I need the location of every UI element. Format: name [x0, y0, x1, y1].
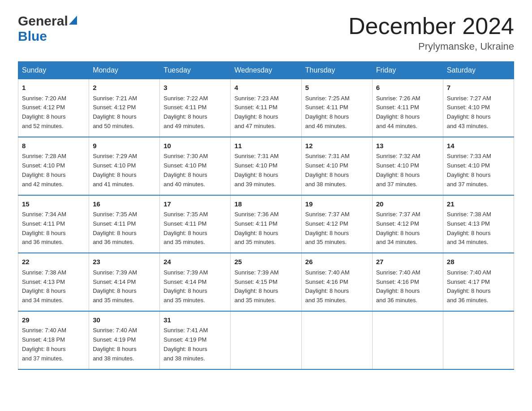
calendar-day-cell: 7 Sunrise: 7:27 AM Sunset: 4:10 PM Dayli… — [443, 79, 514, 137]
day-number: 31 — [163, 315, 227, 325]
logo-arrow-icon — [69, 16, 77, 26]
calendar-day-cell: 24 Sunrise: 7:39 AM Sunset: 4:14 PM Dayl… — [160, 253, 231, 311]
calendar-day-cell — [231, 311, 301, 369]
day-info: Sunrise: 7:25 AM Sunset: 4:11 PM Dayligh… — [305, 95, 350, 129]
calendar-day-cell: 5 Sunrise: 7:25 AM Sunset: 4:11 PM Dayli… — [301, 79, 372, 137]
calendar-day-cell: 8 Sunrise: 7:28 AM Sunset: 4:10 PM Dayli… — [18, 137, 89, 195]
calendar-day-cell: 9 Sunrise: 7:29 AM Sunset: 4:10 PM Dayli… — [89, 137, 160, 195]
col-wednesday: Wednesday — [231, 62, 301, 79]
calendar-week-row: 15 Sunrise: 7:34 AM Sunset: 4:11 PM Dayl… — [18, 195, 514, 253]
calendar-day-cell: 15 Sunrise: 7:34 AM Sunset: 4:11 PM Dayl… — [18, 195, 89, 253]
calendar-table: Sunday Monday Tuesday Wednesday Thursday… — [18, 61, 514, 369]
page-header: General Blue December 2024 Prylymanske, … — [18, 13, 514, 52]
day-info: Sunrise: 7:40 AM Sunset: 4:19 PM Dayligh… — [93, 327, 137, 361]
calendar-day-cell: 31 Sunrise: 7:41 AM Sunset: 4:19 PM Dayl… — [160, 311, 231, 369]
month-title: December 2024 — [348, 13, 514, 39]
calendar-week-row: 22 Sunrise: 7:38 AM Sunset: 4:13 PM Dayl… — [18, 253, 514, 311]
calendar-day-cell: 4 Sunrise: 7:23 AM Sunset: 4:11 PM Dayli… — [231, 79, 301, 137]
calendar-day-cell: 30 Sunrise: 7:40 AM Sunset: 4:19 PM Dayl… — [89, 311, 160, 369]
calendar-day-cell: 21 Sunrise: 7:38 AM Sunset: 4:13 PM Dayl… — [443, 195, 514, 253]
calendar-day-cell — [443, 311, 514, 369]
day-number: 19 — [305, 199, 369, 210]
day-info: Sunrise: 7:35 AM Sunset: 4:11 PM Dayligh… — [93, 211, 137, 245]
day-info: Sunrise: 7:27 AM Sunset: 4:10 PM Dayligh… — [447, 95, 491, 129]
day-info: Sunrise: 7:28 AM Sunset: 4:10 PM Dayligh… — [22, 153, 66, 187]
day-info: Sunrise: 7:32 AM Sunset: 4:10 PM Dayligh… — [376, 153, 420, 187]
calendar-day-cell: 17 Sunrise: 7:35 AM Sunset: 4:11 PM Dayl… — [160, 195, 231, 253]
day-info: Sunrise: 7:31 AM Sunset: 4:10 PM Dayligh… — [305, 153, 350, 187]
day-number: 6 — [376, 83, 439, 93]
calendar-day-cell: 23 Sunrise: 7:39 AM Sunset: 4:14 PM Dayl… — [89, 253, 160, 311]
day-number: 21 — [447, 199, 510, 210]
day-number: 14 — [447, 141, 510, 151]
day-info: Sunrise: 7:39 AM Sunset: 4:15 PM Dayligh… — [234, 269, 279, 304]
col-sunday: Sunday — [18, 62, 89, 79]
day-number: 18 — [234, 199, 297, 210]
calendar-day-cell: 20 Sunrise: 7:37 AM Sunset: 4:12 PM Dayl… — [372, 195, 443, 253]
day-number: 5 — [305, 83, 369, 93]
day-number: 22 — [22, 257, 85, 267]
day-info: Sunrise: 7:29 AM Sunset: 4:10 PM Dayligh… — [93, 153, 137, 187]
day-number: 17 — [163, 199, 227, 210]
calendar-day-cell: 25 Sunrise: 7:39 AM Sunset: 4:15 PM Dayl… — [231, 253, 301, 311]
logo-general-text: General — [18, 13, 68, 29]
day-number: 13 — [376, 141, 439, 151]
location-title: Prylymanske, Ukraine — [348, 41, 514, 52]
calendar-body: 1 Sunrise: 7:20 AM Sunset: 4:12 PM Dayli… — [18, 79, 514, 369]
day-info: Sunrise: 7:23 AM Sunset: 4:11 PM Dayligh… — [234, 95, 279, 129]
calendar-day-cell: 2 Sunrise: 7:21 AM Sunset: 4:12 PM Dayli… — [89, 79, 160, 137]
day-info: Sunrise: 7:40 AM Sunset: 4:16 PM Dayligh… — [376, 269, 420, 304]
day-info: Sunrise: 7:20 AM Sunset: 4:12 PM Dayligh… — [22, 95, 66, 129]
day-info: Sunrise: 7:26 AM Sunset: 4:11 PM Dayligh… — [376, 95, 420, 129]
day-number: 24 — [163, 257, 227, 267]
calendar-week-row: 1 Sunrise: 7:20 AM Sunset: 4:12 PM Dayli… — [18, 79, 514, 137]
calendar-day-cell: 29 Sunrise: 7:40 AM Sunset: 4:18 PM Dayl… — [18, 311, 89, 369]
calendar-day-cell: 19 Sunrise: 7:37 AM Sunset: 4:12 PM Dayl… — [301, 195, 372, 253]
calendar-day-cell: 26 Sunrise: 7:40 AM Sunset: 4:16 PM Dayl… — [301, 253, 372, 311]
day-number: 1 — [22, 83, 85, 93]
day-number: 15 — [22, 199, 85, 210]
day-info: Sunrise: 7:40 AM Sunset: 4:18 PM Dayligh… — [22, 327, 66, 361]
day-number: 2 — [93, 83, 156, 93]
calendar-day-cell: 1 Sunrise: 7:20 AM Sunset: 4:12 PM Dayli… — [18, 79, 89, 137]
calendar-day-cell: 6 Sunrise: 7:26 AM Sunset: 4:11 PM Dayli… — [372, 79, 443, 137]
day-info: Sunrise: 7:37 AM Sunset: 4:12 PM Dayligh… — [376, 211, 420, 245]
calendar-week-row: 29 Sunrise: 7:40 AM Sunset: 4:18 PM Dayl… — [18, 311, 514, 369]
svg-marker-0 — [69, 16, 77, 25]
calendar-day-cell: 10 Sunrise: 7:30 AM Sunset: 4:10 PM Dayl… — [160, 137, 231, 195]
calendar-day-cell: 22 Sunrise: 7:38 AM Sunset: 4:13 PM Dayl… — [18, 253, 89, 311]
day-number: 30 — [93, 315, 156, 325]
day-number: 23 — [93, 257, 156, 267]
day-number: 4 — [234, 83, 297, 93]
day-info: Sunrise: 7:39 AM Sunset: 4:14 PM Dayligh… — [93, 269, 137, 304]
header-row: Sunday Monday Tuesday Wednesday Thursday… — [18, 62, 514, 79]
logo-blue-text: Blue — [18, 29, 47, 44]
calendar-week-row: 8 Sunrise: 7:28 AM Sunset: 4:10 PM Dayli… — [18, 137, 514, 195]
day-info: Sunrise: 7:34 AM Sunset: 4:11 PM Dayligh… — [22, 211, 66, 245]
day-number: 25 — [234, 257, 297, 267]
day-info: Sunrise: 7:40 AM Sunset: 4:17 PM Dayligh… — [447, 269, 491, 304]
day-number: 3 — [163, 83, 227, 93]
day-info: Sunrise: 7:38 AM Sunset: 4:13 PM Dayligh… — [22, 269, 66, 304]
calendar-day-cell — [301, 311, 372, 369]
calendar-day-cell: 18 Sunrise: 7:36 AM Sunset: 4:11 PM Dayl… — [231, 195, 301, 253]
day-info: Sunrise: 7:38 AM Sunset: 4:13 PM Dayligh… — [447, 211, 491, 245]
day-number: 8 — [22, 141, 85, 151]
col-saturday: Saturday — [443, 62, 514, 79]
calendar-day-cell: 14 Sunrise: 7:33 AM Sunset: 4:10 PM Dayl… — [443, 137, 514, 195]
day-number: 16 — [93, 199, 156, 210]
day-number: 7 — [447, 83, 510, 93]
calendar-header: Sunday Monday Tuesday Wednesday Thursday… — [18, 62, 514, 79]
title-block: December 2024 Prylymanske, Ukraine — [348, 13, 514, 52]
day-info: Sunrise: 7:41 AM Sunset: 4:19 PM Dayligh… — [163, 327, 208, 361]
calendar-day-cell: 13 Sunrise: 7:32 AM Sunset: 4:10 PM Dayl… — [372, 137, 443, 195]
calendar-day-cell — [372, 311, 443, 369]
day-number: 27 — [376, 257, 439, 267]
day-info: Sunrise: 7:21 AM Sunset: 4:12 PM Dayligh… — [93, 95, 137, 129]
calendar-day-cell: 27 Sunrise: 7:40 AM Sunset: 4:16 PM Dayl… — [372, 253, 443, 311]
col-thursday: Thursday — [301, 62, 372, 79]
calendar-day-cell: 28 Sunrise: 7:40 AM Sunset: 4:17 PM Dayl… — [443, 253, 514, 311]
day-info: Sunrise: 7:30 AM Sunset: 4:10 PM Dayligh… — [163, 153, 208, 187]
day-number: 28 — [447, 257, 510, 267]
day-number: 26 — [305, 257, 369, 267]
